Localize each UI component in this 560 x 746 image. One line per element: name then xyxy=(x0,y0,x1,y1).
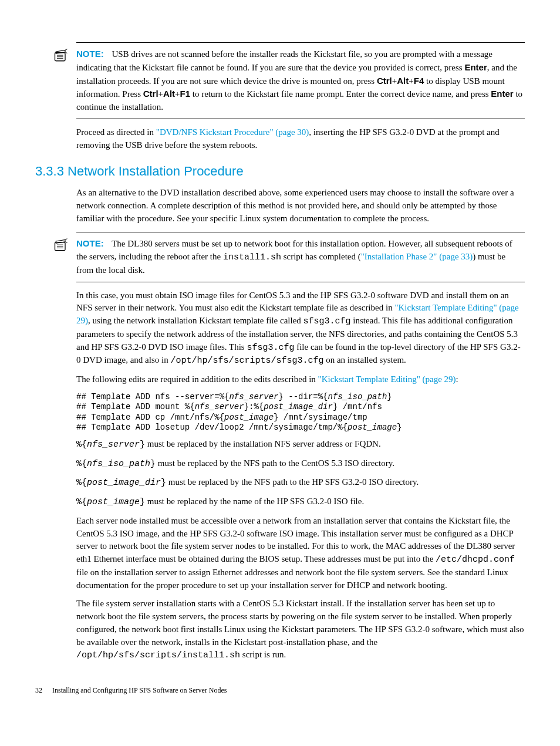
footer-title: Installing and Configuring HP SFS Softwa… xyxy=(52,686,227,694)
text: , using the network installation Kicksta… xyxy=(88,316,303,325)
page-footer: 32 Installing and Configuring HP SFS Sof… xyxy=(35,686,525,696)
key-enter: Enter xyxy=(464,62,487,72)
text: The following edits are required in addi… xyxy=(76,374,318,384)
link-kickstart-template-editing[interactable]: "Kickstart Template Editing" (page 29) xyxy=(318,374,456,384)
text: on an installed system. xyxy=(323,355,406,364)
text: must be replaced by the name of the HP S… xyxy=(145,497,364,506)
replace-post-image-dir: %{post_image_dir} must be replaced by th… xyxy=(76,476,525,490)
heading-network-install: 3.3.3 Network Installation Procedure xyxy=(35,162,525,181)
code-block-template: ## Template ADD nfs --server=%{nfs_serve… xyxy=(76,392,525,433)
key-ctrl: Ctrl xyxy=(143,89,158,99)
key-f1: F1 xyxy=(180,89,191,99)
text: Proceed as directed in xyxy=(76,127,156,137)
code-path: /opt/hp/sfs/scripts/sfsg3.cfg xyxy=(170,356,323,366)
key-alt: Alt xyxy=(397,76,409,86)
text: script is run. xyxy=(240,650,286,659)
plus: + xyxy=(158,89,163,99)
code: } xyxy=(150,459,156,469)
text: file on the installation server to assig… xyxy=(76,568,508,590)
replace-nfs-server: %{nfs_server} must be replaced by the in… xyxy=(76,438,525,451)
note-block-dl380: NOTE: The DL380 servers must be set up t… xyxy=(76,232,525,282)
code: } xyxy=(140,440,145,450)
code-sfsg3: sfsg3.cfg xyxy=(247,343,294,353)
paragraph-server-node: Each server node installed must be acces… xyxy=(76,515,525,592)
note-icon xyxy=(53,237,69,258)
code-dhcpd: /etc/dhcpd.conf xyxy=(436,555,515,565)
paragraph-edits: The following edits are required in addi… xyxy=(76,373,525,386)
replace-post-image: %{post_image} must be replaced by the na… xyxy=(76,495,525,509)
paragraph-proceed: Proceed as directed in "DVD/NFS Kickstar… xyxy=(76,126,525,152)
text: must be replaced by the NFS path to the … xyxy=(166,477,419,487)
plus: + xyxy=(409,76,413,86)
code: %{ xyxy=(76,459,87,469)
code-install1: install1.sh xyxy=(223,252,281,262)
key-f4: F4 xyxy=(414,76,424,86)
code: } xyxy=(161,478,166,488)
note-text: USB drives are not scanned before the in… xyxy=(76,49,492,72)
text: must be replaced by the NFS path to the … xyxy=(156,458,394,468)
code: %{ xyxy=(76,497,87,507)
text: must be replaced by the installation NFS… xyxy=(145,439,381,448)
replace-nfs-iso-path: %{nfs_iso_path} must be replaced by the … xyxy=(76,457,525,471)
note-block-usb: NOTE: USB drives are not scanned before … xyxy=(76,42,525,119)
code-sfsg3: sfsg3.cfg xyxy=(303,316,351,326)
link-install-phase2[interactable]: "Installation Phase 2" (page 33) xyxy=(361,252,473,261)
plus: + xyxy=(392,76,397,86)
text: : xyxy=(456,374,458,384)
paragraph-fs-install: The file system server installation star… xyxy=(76,598,525,662)
note-content: NOTE: USB drives are not scanned before … xyxy=(76,48,525,114)
code-var: post_image_dir xyxy=(87,478,161,488)
key-alt: Alt xyxy=(163,89,175,99)
code-var: nfs_server xyxy=(87,440,140,450)
note-label: NOTE: xyxy=(76,49,104,59)
plus: + xyxy=(175,89,180,99)
key-enter: Enter xyxy=(491,89,513,99)
link-dvd-nfs-kickstart[interactable]: "DVD/NFS Kickstart Procedure" (page 30) xyxy=(156,127,309,137)
note-text: to return to the Kickstart file name pro… xyxy=(190,89,491,99)
code: } xyxy=(140,497,145,507)
code-var: nfs_iso_path xyxy=(87,459,150,469)
note-content: NOTE: The DL380 servers must be set up t… xyxy=(76,237,525,276)
code: %{ xyxy=(76,478,87,488)
code-install1-path: /opt/hp/sfs/scripts/install1.sh xyxy=(76,650,240,660)
page-number: 32 xyxy=(35,686,42,696)
text: The file system server installation star… xyxy=(76,599,524,646)
key-ctrl: Ctrl xyxy=(377,76,392,86)
code-var: post_image xyxy=(87,497,140,507)
note-icon xyxy=(53,48,69,68)
note-text: script has completed ( xyxy=(281,252,361,261)
code: %{ xyxy=(76,440,87,450)
note-label: NOTE: xyxy=(76,238,104,248)
paragraph-alternative: As an alternative to the DVD installatio… xyxy=(76,187,525,225)
paragraph-iso: In this case, you must obtain ISO image … xyxy=(76,289,525,368)
